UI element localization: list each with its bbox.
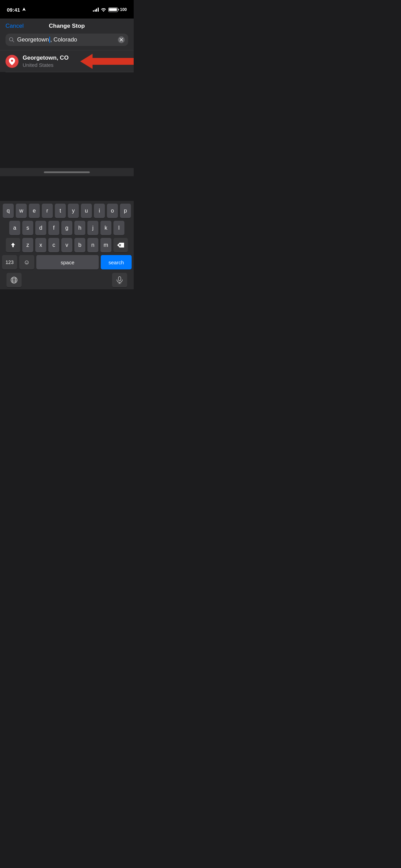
keyboard-row-2: a s d f g h j k l bbox=[1, 221, 133, 235]
home-bar bbox=[44, 171, 90, 173]
key-t[interactable]: t bbox=[55, 204, 66, 218]
battery-icon bbox=[108, 8, 118, 12]
key-l[interactable]: l bbox=[113, 221, 124, 235]
key-q[interactable]: q bbox=[3, 204, 14, 218]
keyboard-row-1: q w e r t y u i o p bbox=[1, 204, 133, 218]
svg-rect-9 bbox=[119, 277, 121, 281]
result-title: Georgetown, CO bbox=[23, 55, 128, 61]
key-a[interactable]: a bbox=[9, 221, 20, 235]
globe-key[interactable] bbox=[7, 273, 22, 287]
result-item[interactable]: Georgetown, CO United States bbox=[0, 50, 134, 72]
text-cursor bbox=[49, 37, 50, 43]
nav-bar: Cancel Change Stop bbox=[5, 23, 128, 29]
key-r[interactable]: r bbox=[42, 204, 53, 218]
pin-icon bbox=[9, 58, 15, 65]
search-bar[interactable]: Georgetown, Colorado bbox=[5, 34, 128, 46]
home-indicator bbox=[0, 168, 134, 176]
key-s[interactable]: s bbox=[22, 221, 33, 235]
key-m[interactable]: m bbox=[100, 238, 111, 252]
key-d[interactable]: d bbox=[35, 221, 46, 235]
key-x[interactable]: x bbox=[35, 238, 46, 252]
content-area bbox=[0, 72, 134, 168]
nav-area: Cancel Change Stop Georgetown, Colorado bbox=[0, 19, 134, 50]
backspace-key[interactable] bbox=[113, 238, 128, 252]
status-time: 09:41 bbox=[7, 7, 26, 13]
result-subtitle: United States bbox=[23, 62, 128, 68]
key-w[interactable]: w bbox=[16, 204, 27, 218]
search-text-after-cursor: , Colorado bbox=[50, 36, 77, 43]
search-icon bbox=[9, 37, 14, 43]
key-z[interactable]: z bbox=[22, 238, 33, 252]
search-input[interactable]: Georgetown, Colorado bbox=[17, 36, 115, 43]
keyboard-row-3: z x c v b n m bbox=[1, 238, 133, 252]
result-text: Georgetown, CO United States bbox=[23, 55, 128, 68]
key-p[interactable]: p bbox=[120, 204, 131, 218]
key-h[interactable]: h bbox=[74, 221, 85, 235]
keyboard: q w e r t y u i o p a s d f g h j k l z … bbox=[0, 201, 134, 289]
search-key[interactable]: search bbox=[101, 255, 132, 269]
svg-line-1 bbox=[13, 41, 14, 42]
key-g[interactable]: g bbox=[61, 221, 72, 235]
shift-key[interactable] bbox=[6, 238, 20, 252]
key-f[interactable]: f bbox=[48, 221, 59, 235]
key-k[interactable]: k bbox=[100, 221, 111, 235]
clear-search-button[interactable] bbox=[118, 36, 125, 43]
results-area: Georgetown, CO United States bbox=[0, 50, 134, 72]
status-bar: 09:41 100 bbox=[0, 0, 134, 16]
search-text-before-cursor: Georgetown bbox=[17, 36, 49, 43]
numbers-key[interactable]: 123 bbox=[2, 255, 17, 269]
microphone-key[interactable] bbox=[112, 273, 127, 287]
wifi-icon bbox=[101, 8, 106, 12]
keyboard-extras-row bbox=[1, 271, 133, 288]
emoji-key[interactable]: ☺ bbox=[19, 255, 34, 269]
signal-icon bbox=[93, 8, 99, 12]
keyboard-bottom-row: 123 ☺ space search bbox=[1, 255, 133, 269]
location-icon-wrap bbox=[5, 55, 19, 68]
key-o[interactable]: o bbox=[107, 204, 118, 218]
key-j[interactable]: j bbox=[87, 221, 98, 235]
status-icons: 100 bbox=[93, 7, 127, 12]
page-title: Change Stop bbox=[49, 23, 85, 29]
key-e[interactable]: e bbox=[29, 204, 40, 218]
key-y[interactable]: y bbox=[68, 204, 79, 218]
battery-level: 100 bbox=[120, 7, 127, 12]
key-b[interactable]: b bbox=[74, 238, 85, 252]
key-u[interactable]: u bbox=[81, 204, 92, 218]
key-c[interactable]: c bbox=[48, 238, 59, 252]
cancel-button[interactable]: Cancel bbox=[5, 23, 24, 29]
results-wrapper: Georgetown, CO United States bbox=[0, 50, 134, 72]
key-i[interactable]: i bbox=[94, 204, 105, 218]
key-v[interactable]: v bbox=[61, 238, 72, 252]
key-n[interactable]: n bbox=[87, 238, 98, 252]
space-key[interactable]: space bbox=[36, 255, 99, 269]
